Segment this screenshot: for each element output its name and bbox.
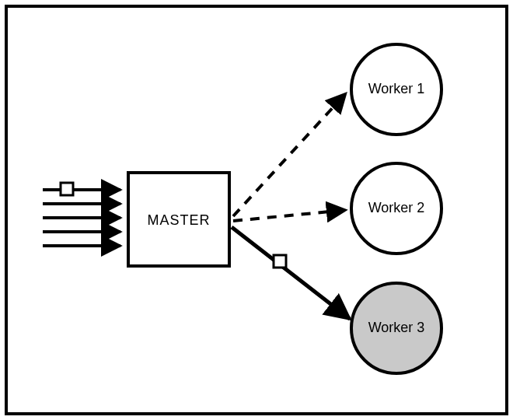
worker-2-label: Worker 2: [368, 200, 425, 215]
diagram-canvas: MASTER Worker 1 Worker 2 Worker 3: [0, 0, 513, 420]
worker-3-label: Worker 3: [368, 320, 425, 335]
worker-2-node: Worker 2: [351, 163, 441, 254]
worker-1-node: Worker 1: [351, 44, 441, 135]
packet-icon: [61, 183, 73, 195]
worker-3-node: Worker 3: [351, 283, 441, 373]
packet-icon: [274, 255, 286, 268]
master-label: MASTER: [147, 212, 210, 228]
diagram-svg: MASTER Worker 1 Worker 2 Worker 3: [0, 0, 513, 420]
master-node: MASTER: [128, 173, 229, 266]
worker-1-label: Worker 1: [368, 81, 425, 96]
